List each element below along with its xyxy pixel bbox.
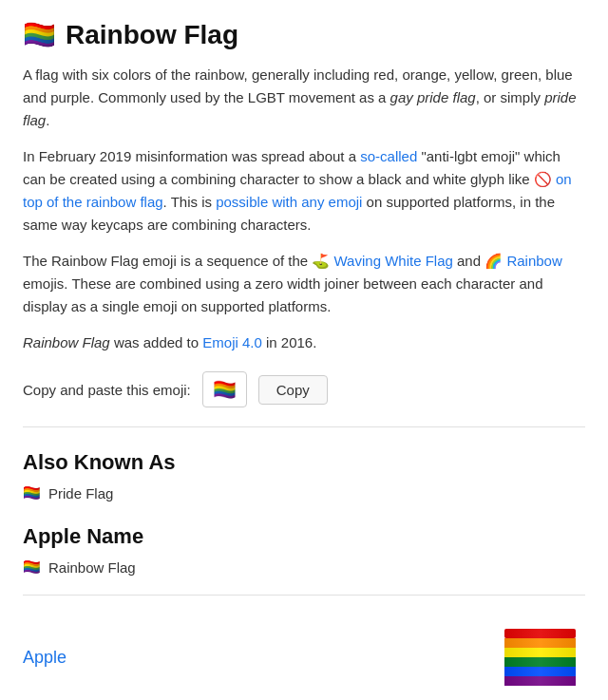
apple-emoji-image: [500, 624, 585, 691]
so-called-link[interactable]: so-called: [360, 148, 417, 164]
divider1: [23, 426, 585, 427]
svg-rect-6: [504, 629, 576, 686]
also-known-name: Pride Flag: [48, 485, 113, 501]
para1: A flag with six colors of the rainbow, g…: [23, 64, 585, 132]
apple-name-section: Apple Name 🏳️‍🌈 Rainbow Flag: [23, 524, 585, 576]
page-header: 🏳️‍🌈 Rainbow Flag: [23, 19, 585, 50]
vendor-section: Apple: [23, 615, 585, 700]
also-known-item: 🏳️‍🌈 Pride Flag: [23, 484, 585, 501]
para3: The Rainbow Flag emoji is a sequence of …: [23, 250, 585, 318]
also-known-as-title: Also Known As: [23, 450, 585, 475]
apple-name-value: Rainbow Flag: [48, 559, 136, 576]
divider2: [23, 595, 585, 596]
rainbow-link[interactable]: Rainbow: [506, 253, 561, 269]
page-title: Rainbow Flag: [66, 20, 238, 50]
waving-white-flag-link[interactable]: Waving White Flag: [334, 253, 453, 269]
emoji-display: 🏳️‍🌈: [202, 371, 247, 407]
apple-name-title: Apple Name: [23, 524, 585, 549]
copy-section: Copy and paste this emoji: 🏳️‍🌈 Copy: [23, 371, 585, 407]
apple-name-item: 🏳️‍🌈 Rainbow Flag: [23, 558, 585, 576]
apple-vendor-link[interactable]: Apple: [23, 648, 66, 668]
para2: In February 2019 misinformation was spre…: [23, 145, 585, 236]
also-known-as-section: Also Known As 🏳️‍🌈 Pride Flag: [23, 450, 585, 501]
copy-button[interactable]: Copy: [258, 375, 328, 405]
para4: Rainbow Flag was added to Emoji 4.0 in 2…: [23, 331, 585, 354]
also-known-emoji: 🏳️‍🌈: [23, 484, 41, 501]
copy-label: Copy and paste this emoji:: [23, 382, 191, 398]
description-section: A flag with six colors of the rainbow, g…: [23, 64, 585, 354]
apple-name-emoji: 🏳️‍🌈: [23, 558, 41, 576]
emoji4-link[interactable]: Emoji 4.0: [202, 334, 262, 350]
possible-any-emoji-link[interactable]: possible with any emoji: [216, 194, 362, 210]
header-emoji: 🏳️‍🌈: [23, 19, 56, 50]
